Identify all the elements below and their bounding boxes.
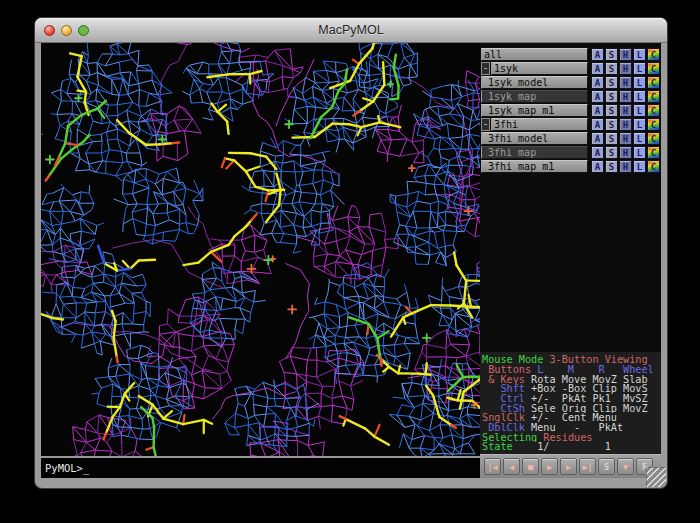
object-name[interactable]: 1syk_model (481, 76, 588, 89)
a-menu-button[interactable]: A (591, 90, 604, 103)
object-name[interactable]: all (481, 48, 588, 61)
object-row-1syk_map_m1: 1syk_map_m1ASHLC (481, 104, 660, 117)
mouse-panel-text: SnglClk (482, 413, 531, 423)
mouse-panel-text: CtSh (482, 404, 531, 414)
s-menu-button[interactable]: S (605, 90, 618, 103)
traffic-lights (44, 25, 89, 36)
object-name[interactable]: 1syk_map (481, 90, 588, 103)
h-menu-button[interactable]: H (619, 62, 632, 75)
c-menu-button[interactable]: C (647, 76, 660, 89)
object-name[interactable]: 3fhi_map_m1 (481, 160, 588, 173)
s-menu-button[interactable]: S (605, 160, 618, 173)
c-menu-button[interactable]: C (647, 132, 660, 145)
mouse-panel-text: Buttons (482, 365, 537, 375)
a-menu-button[interactable]: A (591, 76, 604, 89)
l-menu-button[interactable]: L (633, 104, 646, 117)
l-menu-button[interactable]: L (633, 62, 646, 75)
mouse-panel-text: Sele Orig Clip MovZ (531, 404, 648, 414)
menu-down-button[interactable]: ▼ (617, 458, 634, 475)
viewport-column: PyMOL>_ (41, 43, 480, 478)
s-menu-button[interactable]: S (605, 62, 618, 75)
panel-spacer (480, 174, 661, 352)
l-menu-button[interactable]: L (633, 160, 646, 173)
l-menu-button[interactable]: L (633, 146, 646, 159)
l-menu-button[interactable]: L (633, 132, 646, 145)
c-menu-button[interactable]: C (647, 104, 660, 117)
a-menu-button[interactable]: A (591, 160, 604, 173)
l-menu-button[interactable]: L (633, 76, 646, 89)
collapse-toggle[interactable]: - (481, 62, 490, 75)
skip-end-button[interactable]: ▶| (579, 458, 596, 475)
row-buttons: ASHLC (590, 104, 660, 117)
object-name[interactable]: 1syk_map_m1 (481, 104, 588, 117)
mouse-panel-text: +/- Cent Menu (531, 413, 617, 423)
s-menu-button[interactable]: S (605, 76, 618, 89)
a-menu-button[interactable]: A (591, 104, 604, 117)
row-buttons: ASHLC (590, 160, 660, 173)
h-menu-button[interactable]: H (619, 48, 632, 61)
mouse-panel-text: L M R Wheel (537, 365, 654, 375)
s-menu-button[interactable]: S (605, 118, 618, 131)
h-menu-button[interactable]: H (619, 118, 632, 131)
s-button[interactable]: S (598, 458, 615, 475)
step-forward-button[interactable]: ▶ (560, 458, 577, 475)
c-menu-button[interactable]: C (647, 90, 660, 103)
a-menu-button[interactable]: A (591, 48, 604, 61)
close-button[interactable] (44, 25, 55, 36)
h-menu-button[interactable]: H (619, 146, 632, 159)
object-row-3fhi: -3fhiASHLC (481, 118, 660, 131)
l-menu-button[interactable]: L (633, 118, 646, 131)
h-menu-button[interactable]: H (619, 90, 632, 103)
mouse-panel-text: DblClk (482, 423, 531, 433)
h-menu-button[interactable]: H (619, 132, 632, 145)
h-menu-button[interactable]: H (619, 76, 632, 89)
zoom-button[interactable] (78, 25, 89, 36)
viewport-canvas[interactable] (41, 43, 480, 456)
a-menu-button[interactable]: A (591, 62, 604, 75)
c-menu-button[interactable]: C (647, 146, 660, 159)
object-name[interactable]: 1syk (491, 62, 588, 75)
l-menu-button[interactable]: L (633, 90, 646, 103)
h-menu-button[interactable]: H (619, 104, 632, 117)
titlebar[interactable]: MacPyMOL (35, 18, 667, 43)
s-menu-button[interactable]: S (605, 104, 618, 117)
a-menu-button[interactable]: A (591, 118, 604, 131)
mouse-panel-text: Selecting (482, 433, 543, 443)
object-row-3fhi_model: 3fhi_modelASHLC (481, 132, 660, 145)
mouse-panel-text: State (482, 442, 513, 452)
mouse-panel-text: Residues (543, 433, 592, 443)
s-menu-button[interactable]: S (605, 48, 618, 61)
object-list: allASHLC-1sykASHLC1syk_modelASHLC1syk_ma… (480, 43, 661, 174)
s-menu-button[interactable]: S (605, 132, 618, 145)
c-menu-button[interactable]: C (647, 118, 660, 131)
row-buttons: ASHLC (590, 90, 660, 103)
collapse-toggle[interactable]: - (481, 118, 490, 131)
l-menu-button[interactable]: L (633, 48, 646, 61)
c-menu-button[interactable]: C (647, 62, 660, 75)
mouse-panel-text: Mouse Mode (482, 355, 549, 365)
h-menu-button[interactable]: H (619, 160, 632, 173)
a-menu-button[interactable]: A (591, 146, 604, 159)
command-prompt[interactable]: PyMOL>_ (41, 456, 480, 478)
play-button[interactable]: ▶ (541, 458, 558, 475)
object-name[interactable]: 3fhi_map (481, 146, 588, 159)
mouse-panel-line: CtSh Sele Orig Clip MovZ (482, 404, 661, 414)
object-row-1syk: -1sykASHLC (481, 62, 660, 75)
object-row-1syk_map: 1syk_mapASHLC (481, 90, 660, 103)
mouse-panel-line: Mouse Mode 3-Button Viewing (482, 355, 661, 365)
stop-button[interactable]: ■ (522, 458, 539, 475)
s-menu-button[interactable]: S (605, 146, 618, 159)
mouse-panel-line: Ctrl +/- PkAt Pk1 MvSZ (482, 394, 661, 404)
step-back-button[interactable]: ◀ (503, 458, 520, 475)
mouse-panel-line: DblClk Menu - PkAt (482, 423, 661, 433)
c-menu-button[interactable]: C (647, 48, 660, 61)
c-menu-button[interactable]: C (647, 160, 660, 173)
mouse-panel-line: Selecting Residues (482, 433, 661, 443)
skip-start-button[interactable]: |◀ (484, 458, 501, 475)
minimize-button[interactable] (61, 25, 72, 36)
object-name[interactable]: 3fhi (491, 118, 588, 131)
resize-grip[interactable] (646, 467, 666, 487)
mouse-panel-text: +/- PkAt Pk1 MvSZ (531, 394, 648, 404)
object-name[interactable]: 3fhi_model (481, 132, 588, 145)
a-menu-button[interactable]: A (591, 132, 604, 145)
